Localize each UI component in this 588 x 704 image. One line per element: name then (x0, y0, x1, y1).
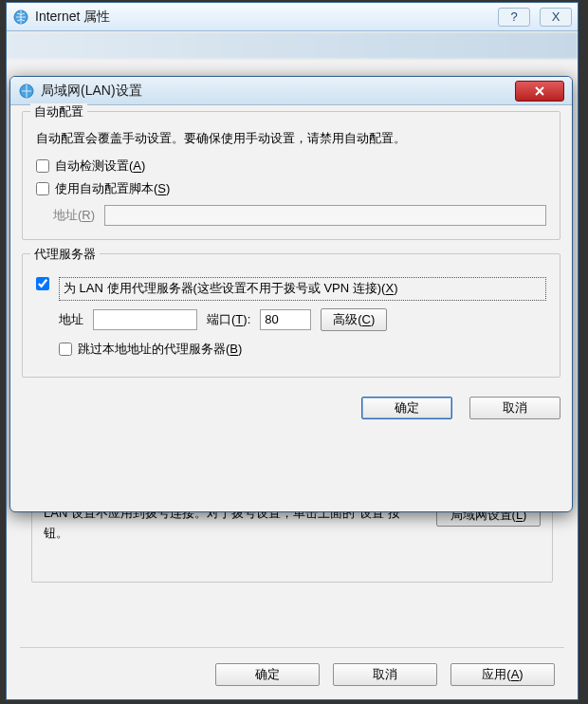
bypass-local-label: 跳过本地地址的代理服务器(B) (78, 341, 242, 358)
advanced-button[interactable]: 高级(C) (321, 308, 387, 331)
proxy-legend: 代理服务器 (30, 246, 100, 263)
close-icon (534, 85, 545, 97)
auto-config-desc: 自动配置会覆盖手动设置。要确保使用手动设置，请禁用自动配置。 (36, 129, 546, 148)
modal-cancel-button[interactable]: 取消 (469, 397, 560, 419)
proxy-address-input[interactable] (93, 309, 197, 330)
close-button[interactable]: X (540, 8, 572, 27)
parent-body: 局域网(LAN)设置 LAN 设置不应用到拨号连接。对于拨号设置，单击上面的"设… (7, 32, 578, 699)
use-script-label: 使用自动配置脚本(S) (55, 180, 170, 197)
modal-title: 局域网(LAN)设置 (41, 83, 142, 100)
lan-dialog-icon (18, 83, 35, 100)
advanced-button-label: 高级(C) (333, 312, 375, 326)
internet-properties-window: Internet 属性 ? X 局域网(LAN)设置 LAN 设置不应用到拨号连… (6, 2, 579, 700)
use-proxy-label: 为 LAN 使用代理服务器(这些设置不用于拨号或 VPN 连接)(X) (59, 277, 546, 301)
use-proxy-checkbox[interactable] (36, 277, 49, 290)
ok-button[interactable]: 确定 (215, 663, 320, 686)
help-button[interactable]: ? (498, 8, 530, 27)
bypass-local-checkbox[interactable] (59, 343, 72, 356)
modal-titlebar: 局域网(LAN)设置 (10, 77, 572, 105)
auto-detect-checkbox[interactable] (36, 159, 49, 173)
modal-ok-button[interactable]: 确定 (361, 397, 452, 419)
separator (20, 647, 564, 648)
parent-window-title: Internet 属性 (35, 9, 110, 26)
auto-detect-row[interactable]: 自动检测设置(A) (36, 157, 546, 175)
script-address-label: 地址(R) (36, 207, 95, 224)
use-script-row[interactable]: 使用自动配置脚本(S) (36, 180, 546, 197)
use-script-checkbox[interactable] (36, 182, 49, 195)
modal-close-button[interactable] (515, 81, 564, 102)
auto-config-group: 自动配置 自动配置会覆盖手动设置。要确保使用手动设置，请禁用自动配置。 自动检测… (22, 111, 560, 240)
bypass-local-row[interactable]: 跳过本地地址的代理服务器(B) (36, 341, 546, 358)
cancel-button[interactable]: 取消 (333, 663, 437, 686)
proxy-address-label: 地址 (59, 311, 83, 328)
apply-button[interactable]: 应用(A) (450, 663, 555, 686)
auto-detect-label: 自动检测设置(A) (55, 157, 145, 175)
proxy-group: 代理服务器 为 LAN 使用代理服务器(这些设置不用于拨号或 VPN 连接)(X… (22, 253, 560, 378)
modal-button-row: 确定 取消 (22, 397, 560, 419)
proxy-port-input[interactable] (260, 309, 311, 330)
auto-config-legend: 自动配置 (30, 103, 87, 120)
apply-button-label: 应用(A) (482, 667, 523, 681)
lan-settings-dialog: 局域网(LAN)设置 自动配置 自动配置会覆盖手动设置。要确保使用手动设置，请禁… (9, 76, 573, 512)
internet-options-icon (12, 9, 29, 26)
proxy-port-label: 端口(T): (207, 311, 250, 328)
parent-titlebar: Internet 属性 ? X (7, 3, 578, 31)
script-address-input[interactable] (104, 205, 546, 226)
parent-button-row: 确定 取消 应用(A) (215, 663, 555, 686)
background-blur (7, 32, 578, 59)
